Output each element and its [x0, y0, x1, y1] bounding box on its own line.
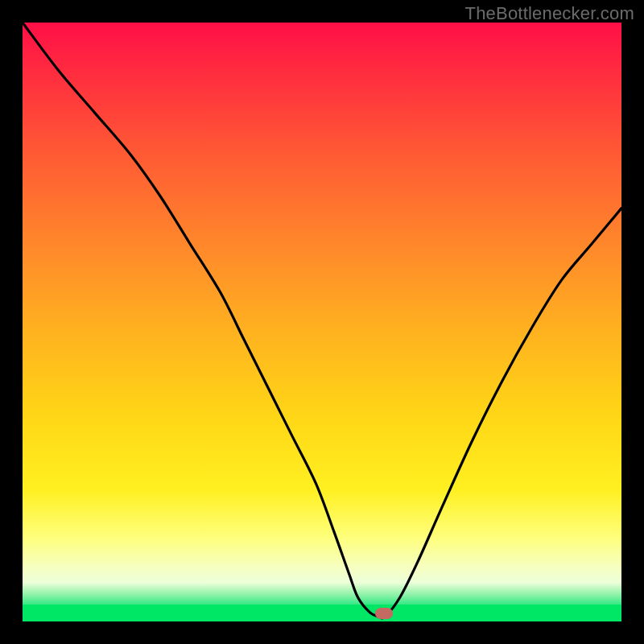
- plot-area: [23, 23, 621, 621]
- minimum-marker: [375, 608, 393, 619]
- chart-frame: TheBottlenecker.com: [0, 0, 644, 644]
- bottleneck-curve: [23, 23, 621, 621]
- watermark-text: TheBottlenecker.com: [465, 3, 634, 24]
